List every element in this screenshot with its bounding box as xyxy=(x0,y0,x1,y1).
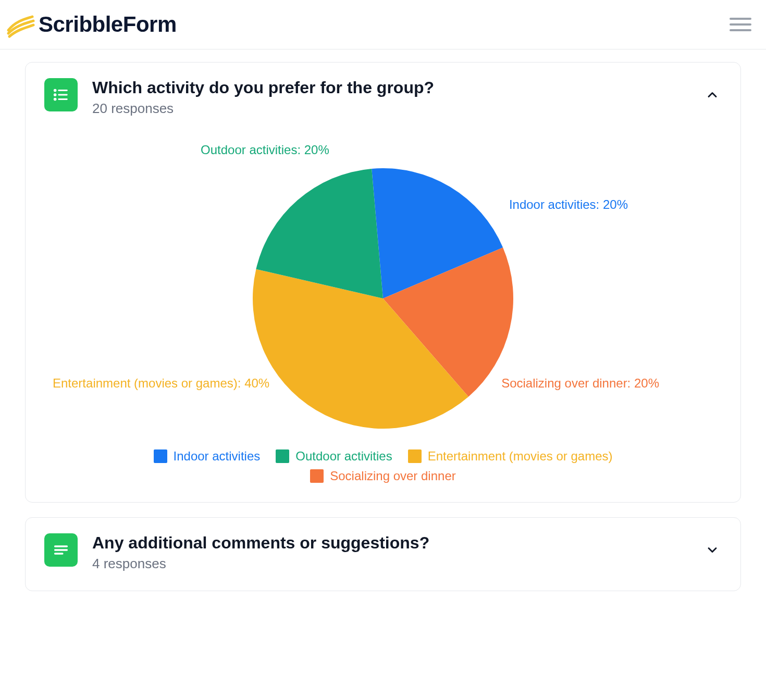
question-card: Which activity do you prefer for the gro… xyxy=(25,62,741,503)
question-header[interactable]: Any additional comments or suggestions? … xyxy=(44,533,722,572)
expand-button[interactable] xyxy=(705,543,720,557)
legend-item[interactable]: Entertainment (movies or games) xyxy=(408,449,613,464)
chart-legend: Indoor activities Outdoor activities Ent… xyxy=(44,449,722,483)
legend-swatch xyxy=(154,449,167,463)
svg-point-0 xyxy=(54,90,56,91)
logo-mark-icon xyxy=(5,9,35,40)
legend-swatch xyxy=(408,449,422,463)
app-header: ScribbleForm xyxy=(0,0,766,49)
responses-count: 4 responses xyxy=(92,556,690,572)
pie-svg xyxy=(253,168,513,429)
slice-label-socializing: Socializing over dinner: 20% xyxy=(501,376,659,391)
slice-label-entertainment: Entertainment (movies or games): 40% xyxy=(53,376,269,391)
legend-item[interactable]: Indoor activities xyxy=(154,449,261,464)
pie-chart: Outdoor activities: 20% Indoor activitie… xyxy=(44,148,722,440)
legend-label: Indoor activities xyxy=(174,449,261,464)
hamburger-icon xyxy=(730,18,751,20)
svg-point-4 xyxy=(54,98,56,100)
list-icon xyxy=(44,78,78,111)
question-title: Which activity do you prefer for the gro… xyxy=(92,78,690,97)
legend-swatch xyxy=(310,469,324,483)
legend-label: Entertainment (movies or games) xyxy=(428,449,613,464)
responses-count: 20 responses xyxy=(92,101,690,117)
question-card: Any additional comments or suggestions? … xyxy=(25,517,741,591)
svg-point-2 xyxy=(54,94,56,96)
menu-button[interactable] xyxy=(730,14,751,35)
logo-text: ScribbleForm xyxy=(39,12,177,37)
legend-label: Outdoor activities xyxy=(295,449,392,464)
page-content: Which activity do you prefer for the gro… xyxy=(0,49,766,618)
question-title: Any additional comments or suggestions? xyxy=(92,533,690,553)
legend-swatch xyxy=(276,449,289,463)
text-icon xyxy=(44,533,78,567)
question-header[interactable]: Which activity do you prefer for the gro… xyxy=(44,78,722,117)
app-logo[interactable]: ScribbleForm xyxy=(5,9,177,40)
legend-label: Socializing over dinner xyxy=(330,469,455,483)
collapse-button[interactable] xyxy=(705,88,720,102)
chevron-down-icon xyxy=(705,543,720,557)
slice-label-indoor: Indoor activities: 20% xyxy=(509,197,628,212)
legend-item[interactable]: Socializing over dinner xyxy=(310,469,455,483)
legend-item[interactable]: Outdoor activities xyxy=(276,449,392,464)
slice-label-outdoor: Outdoor activities: 20% xyxy=(201,143,329,157)
chevron-up-icon xyxy=(705,88,720,102)
